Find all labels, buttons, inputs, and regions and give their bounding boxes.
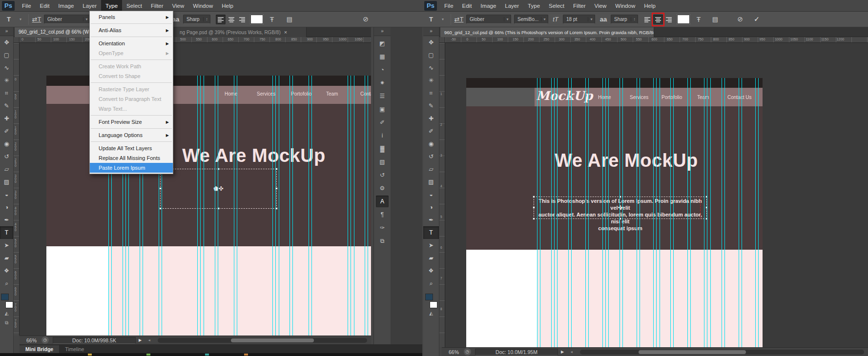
menu-item-language-options[interactable]: Language Options▶ bbox=[90, 130, 173, 140]
adjustments-panel-icon[interactable]: ◔ bbox=[376, 64, 389, 76]
align-center-button[interactable] bbox=[227, 15, 236, 24]
navigator-panel-icon[interactable]: ▧ bbox=[376, 156, 389, 168]
history-brush-tool-icon[interactable]: ↺ bbox=[423, 150, 439, 163]
text-orientation-icon[interactable]: ⇄T bbox=[454, 15, 464, 24]
tool-preset-dropdown-icon[interactable]: ▾ bbox=[16, 15, 25, 24]
type-tool-icon[interactable]: T bbox=[423, 226, 439, 239]
foreground-color-swatch[interactable] bbox=[425, 294, 433, 300]
guide-line[interactable] bbox=[670, 78, 671, 347]
marquee-tool-icon[interactable]: ▢ bbox=[423, 49, 439, 61]
guide-line[interactable] bbox=[554, 78, 555, 347]
antialias-select[interactable]: Sharp ↕ bbox=[183, 15, 210, 24]
text-orientation-icon[interactable]: ⇄T bbox=[32, 15, 41, 24]
menu-image[interactable]: Image bbox=[54, 0, 78, 12]
menu-file[interactable]: File bbox=[440, 0, 458, 12]
brush-panel-icon[interactable]: ✑ bbox=[376, 222, 389, 234]
menu-item-orientation[interactable]: Orientation▶ bbox=[90, 39, 173, 48]
warp-text-icon[interactable]: Ŧ bbox=[694, 15, 703, 24]
guide-line[interactable] bbox=[275, 76, 276, 336]
menu-window[interactable]: Window bbox=[611, 0, 640, 12]
menu-item-rasterize-type-layer[interactable]: Rasterize Type Layer bbox=[90, 84, 173, 94]
menu-item-replace-all-missing-fonts[interactable]: Replace All Missing Fonts bbox=[90, 153, 173, 163]
collapse-tools-icon[interactable]: » bbox=[0, 27, 13, 36]
foreground-color-swatch[interactable] bbox=[1, 294, 9, 300]
menu-image[interactable]: Image bbox=[476, 0, 500, 12]
cancel-edits-icon[interactable]: ⊘ bbox=[735, 14, 745, 24]
status-menu-arrow-icon[interactable]: ▶ bbox=[139, 338, 142, 342]
guide-line[interactable] bbox=[637, 78, 637, 347]
toggle-panels-icon[interactable]: ▤ bbox=[285, 15, 294, 24]
properties-panel-icon[interactable]: ⚙ bbox=[376, 182, 389, 194]
guide-line[interactable] bbox=[292, 76, 293, 336]
antialias-select[interactable]: Sharp ↕ bbox=[611, 15, 638, 24]
type-tool-icon[interactable]: T bbox=[0, 226, 13, 239]
guide-line[interactable] bbox=[585, 78, 586, 347]
guide-line[interactable] bbox=[710, 78, 711, 347]
guide-line[interactable] bbox=[704, 78, 704, 347]
font-family-select[interactable]: Glober ▾ bbox=[44, 15, 90, 24]
align-center-button[interactable] bbox=[653, 15, 663, 24]
warp-text-icon[interactable]: Ŧ bbox=[267, 15, 277, 24]
blur-tool-icon[interactable]: ◒ bbox=[0, 188, 13, 201]
guide-line[interactable] bbox=[742, 78, 742, 347]
eyedropper-tool-icon[interactable]: ✎ bbox=[423, 99, 439, 112]
guide-line[interactable] bbox=[755, 78, 756, 347]
hand-tool-icon[interactable]: ❖ bbox=[423, 264, 439, 277]
crop-tool-icon[interactable]: ⌗ bbox=[423, 87, 439, 99]
guide-line[interactable] bbox=[605, 78, 606, 347]
guide-line[interactable] bbox=[739, 78, 739, 347]
guide-line[interactable] bbox=[348, 76, 348, 336]
tab-mini-bridge[interactable]: Mini Bridge bbox=[20, 345, 59, 353]
history-brush-tool-icon[interactable]: ↺ bbox=[0, 150, 13, 163]
history-panel-icon[interactable]: ↺ bbox=[376, 169, 389, 181]
font-size-select[interactable]: 18 pt ▾ bbox=[563, 15, 595, 24]
guide-line[interactable] bbox=[758, 78, 759, 347]
guide-line[interactable] bbox=[368, 76, 368, 336]
status-menu-arrow-icon[interactable]: ▶ bbox=[561, 350, 564, 354]
zoom-tool-icon[interactable]: ⌕ bbox=[0, 277, 13, 290]
guide-line[interactable] bbox=[365, 76, 365, 336]
clone-source-panel-icon[interactable]: ⧉ bbox=[376, 235, 389, 247]
canvas-area-left[interactable]: HomeServicesPortofolioTeamContact Us We … bbox=[20, 43, 371, 336]
clone-stamp-tool-icon[interactable]: ◉ bbox=[0, 138, 13, 150]
expand-dock-icon[interactable]: » bbox=[374, 27, 391, 36]
guide-line[interactable] bbox=[568, 78, 569, 347]
commit-edits-icon[interactable]: ✓ bbox=[751, 14, 762, 24]
menu-type[interactable]: Type bbox=[523, 0, 544, 12]
menu-item-create-work-path[interactable]: Create Work Path bbox=[90, 61, 173, 71]
zoom-level-field[interactable]: 66% bbox=[20, 337, 41, 343]
align-right-button[interactable] bbox=[237, 15, 247, 24]
menu-layer[interactable]: Layer bbox=[500, 0, 523, 12]
guide-line[interactable] bbox=[571, 78, 572, 347]
path-select-tool-icon[interactable]: ➤ bbox=[0, 239, 13, 252]
lasso-tool-icon[interactable]: ∿ bbox=[0, 61, 13, 74]
doc-size-field[interactable]: Doc: 10.0M/998.5K bbox=[53, 337, 136, 344]
menu-item-font-preview-size[interactable]: Font Preview Size▶ bbox=[90, 117, 173, 127]
scrollbar-thumb[interactable] bbox=[231, 338, 314, 342]
menu-view[interactable]: View bbox=[590, 0, 611, 12]
scrollbar-thumb[interactable] bbox=[639, 350, 746, 354]
doc-size-field[interactable]: Doc: 10.0M/1.95M bbox=[475, 349, 558, 356]
guide-line[interactable] bbox=[673, 78, 674, 347]
zoom-tool-icon[interactable]: ⌕ bbox=[423, 277, 439, 290]
menu-item-panels[interactable]: Panels▶ bbox=[90, 12, 173, 22]
gradient-tool-icon[interactable]: ▨ bbox=[423, 176, 439, 188]
guide-line[interactable] bbox=[551, 78, 552, 347]
guide-line[interactable] bbox=[215, 76, 215, 336]
menu-file[interactable]: File bbox=[18, 0, 36, 12]
paths-panel-icon[interactable]: ✐ bbox=[376, 117, 389, 128]
menu-item-warp-text[interactable]: Warp Text... bbox=[90, 104, 173, 114]
font-style-select[interactable]: SemiBo... ▾ bbox=[514, 15, 548, 24]
guide-line[interactable] bbox=[620, 78, 620, 347]
healing-brush-tool-icon[interactable]: ✚ bbox=[0, 112, 13, 125]
guide-line[interactable] bbox=[640, 78, 640, 347]
styles-panel-icon[interactable]: ✷ bbox=[376, 77, 389, 89]
horizontal-scrollbar[interactable] bbox=[158, 338, 367, 343]
menu-select[interactable]: Select bbox=[122, 0, 146, 12]
guide-line[interactable] bbox=[218, 76, 218, 336]
guide-line[interactable] bbox=[237, 76, 237, 336]
guide-line[interactable] bbox=[204, 76, 204, 336]
eraser-tool-icon[interactable]: ▱ bbox=[423, 163, 439, 176]
info-panel-icon[interactable]: i bbox=[376, 130, 389, 141]
close-tab-icon[interactable]: × bbox=[284, 29, 287, 35]
